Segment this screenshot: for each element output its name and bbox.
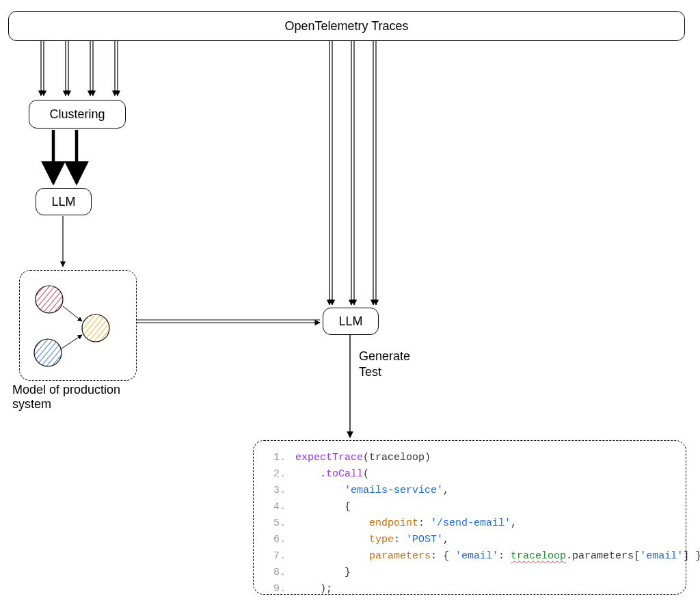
code-line-number: 1. [265, 450, 295, 466]
code-line-number: 9. [265, 581, 295, 597]
generate-test-label: Generate Test [359, 349, 410, 381]
code-line: 4. { [265, 499, 700, 515]
model-caption: Model of production system [12, 383, 163, 412]
node-llm-right: LLM [323, 308, 379, 335]
node-label: Clustering [49, 107, 105, 122]
node-opentelemetry-traces: OpenTelemetry Traces [8, 11, 685, 41]
diagram-stage: OpenTelemetry Traces Clustering LLM Mode… [0, 0, 700, 607]
code-line-text: 'emails-service', [295, 483, 449, 499]
code-line: 2. .toCall( [265, 466, 700, 483]
code-line-number: 5. [265, 515, 295, 532]
node-clustering: Clustering [29, 100, 126, 129]
node-label: LLM [51, 195, 75, 209]
arrows-traces-to-clustering [41, 41, 118, 96]
arrows-clustering-to-llm [53, 130, 77, 183]
code-line: 3. 'emails-service', [265, 483, 700, 499]
model-graph-container [19, 270, 137, 381]
code-line-text: expectTrace(traceloop) [295, 450, 431, 466]
code-line: 7. parameters: { 'email': traceloop.para… [265, 548, 700, 565]
arrows-traces-to-llm2 [329, 41, 376, 305]
node-label: OpenTelemetry Traces [284, 19, 408, 33]
code-line-number: 2. [265, 466, 295, 483]
code-line-text: ); [295, 581, 332, 597]
code-line-number: 6. [265, 532, 295, 548]
code-line: 8. } [265, 565, 700, 581]
node-llm-left: LLM [36, 188, 92, 215]
code-line-number: 4. [265, 499, 295, 515]
code-line: 9. ); [265, 581, 700, 597]
code-line-text: { [295, 499, 351, 515]
code-line: 6. type: 'POST', [265, 532, 700, 548]
code-line-text: } [295, 565, 351, 581]
code-line-text: endpoint: '/send-email', [295, 515, 517, 532]
code-line: 1.expectTrace(traceloop) [265, 450, 700, 466]
code-line-number: 8. [265, 565, 295, 581]
code-line-number: 7. [265, 548, 295, 565]
code-line-text: parameters: { 'email': traceloop.paramet… [295, 548, 700, 565]
node-label: LLM [338, 314, 362, 329]
arrow-model-to-llm2 [137, 320, 320, 323]
code-line: 5. endpoint: '/send-email', [265, 515, 700, 532]
code-block: 1.expectTrace(traceloop)2. .toCall(3. 'e… [265, 450, 700, 597]
code-line-text: type: 'POST', [295, 532, 449, 548]
code-line-number: 3. [265, 483, 295, 499]
code-line-text: .toCall( [295, 466, 369, 483]
